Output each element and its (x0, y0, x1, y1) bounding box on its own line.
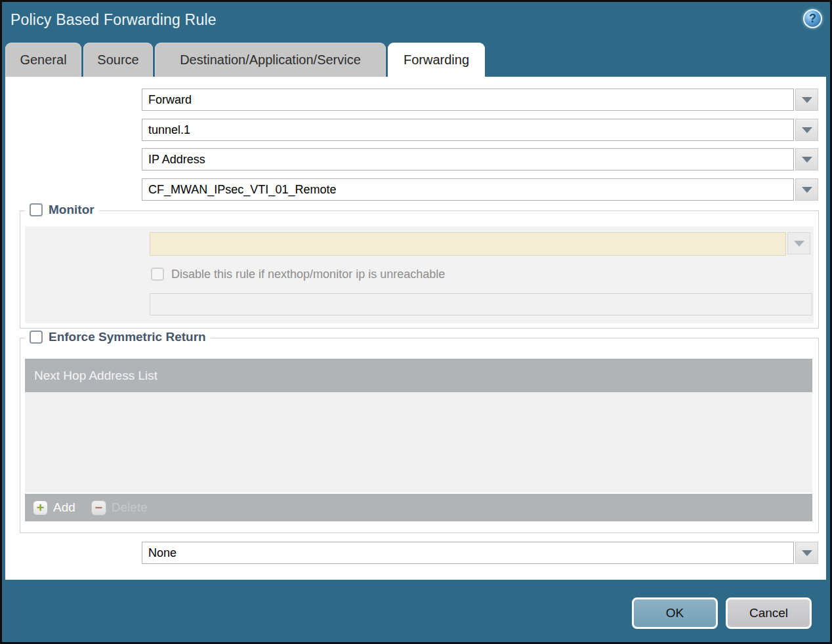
delete-button: − Delete (91, 500, 148, 515)
tab-general[interactable]: General (5, 43, 81, 77)
next-hop-address-list-header: Next Hop Address List (25, 359, 812, 392)
egress-interface-input[interactable] (142, 119, 794, 141)
ok-button[interactable]: OK (632, 597, 718, 629)
add-button[interactable]: + Add (33, 500, 75, 515)
tab-bar: General Source Destination/Application/S… (5, 43, 485, 77)
action-dropdown-button[interactable] (795, 89, 818, 111)
monitor-legend: Monitor (25, 203, 99, 217)
table-toolbar: + Add − Delete (25, 494, 812, 521)
tab-source[interactable]: Source (83, 43, 153, 77)
help-icon[interactable]: ? (803, 9, 822, 28)
action-input[interactable] (142, 89, 794, 111)
symmetric-return-checkbox[interactable] (30, 331, 43, 344)
disable-rule-row: Disable this rule if nexthop/monitor ip … (151, 266, 445, 282)
profile-input (150, 232, 786, 256)
dialog-title: Policy Based Forwarding Rule (10, 11, 217, 29)
tab-destination-application-service[interactable]: Destination/Application/Service (155, 43, 386, 77)
profile-dropdown-button (787, 232, 810, 254)
monitor-legend-label: Monitor (49, 203, 94, 217)
next-hop-type-dropdown-button[interactable] (795, 148, 818, 171)
delete-icon: − (91, 500, 106, 515)
disable-rule-checkbox (151, 268, 164, 281)
next-hop-address-list-body[interactable] (25, 392, 812, 493)
monitor-checkbox[interactable] (30, 203, 43, 216)
policy-based-forwarding-dialog: Policy Based Forwarding Rule ? General S… (0, 0, 832, 644)
schedule-dropdown-button[interactable] (795, 542, 818, 564)
cancel-button[interactable]: Cancel (726, 597, 812, 629)
next-hop-address-dropdown-button[interactable] (795, 178, 818, 201)
schedule-input[interactable] (142, 542, 794, 564)
symmetric-return-legend: Enforce Symmetric Return (25, 330, 211, 344)
disable-rule-label: Disable this rule if nexthop/monitor ip … (171, 268, 445, 281)
add-icon: + (33, 500, 48, 515)
chevron-down-icon (802, 187, 812, 193)
forwarding-tab-panel: Action Egress Interface Next Hop Monitor (5, 77, 826, 580)
chevron-down-icon (794, 241, 804, 247)
next-hop-type-input[interactable] (142, 148, 794, 171)
chevron-down-icon (802, 97, 812, 103)
chevron-down-icon (802, 550, 812, 556)
symmetric-return-legend-label: Enforce Symmetric Return (49, 330, 206, 344)
chevron-down-icon (802, 157, 812, 163)
delete-button-label: Delete (112, 500, 148, 515)
tab-forwarding[interactable]: Forwarding (388, 43, 485, 77)
chevron-down-icon (802, 127, 812, 133)
next-hop-address-input[interactable] (142, 178, 794, 201)
egress-interface-dropdown-button[interactable] (795, 119, 818, 141)
add-button-label: Add (53, 500, 75, 515)
next-hop-address-table: Next Hop Address List + Add − Delete (25, 359, 812, 521)
monitor-ip-address-input (150, 293, 812, 315)
